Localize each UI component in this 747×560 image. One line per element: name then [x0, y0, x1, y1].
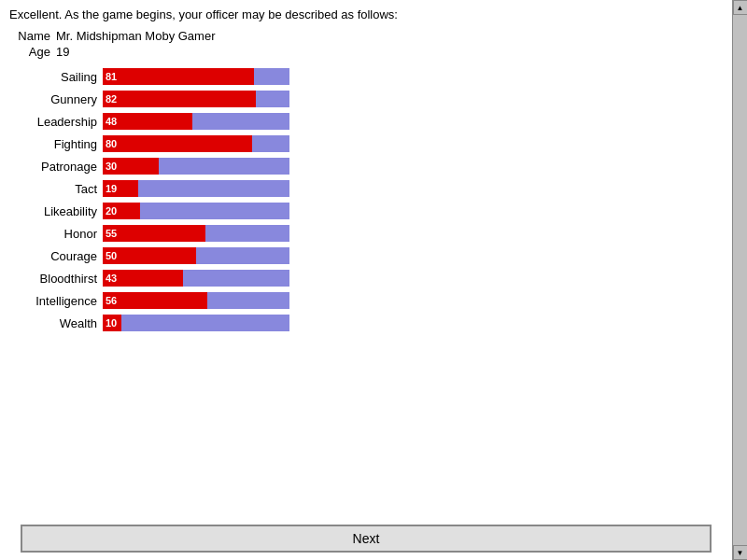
stat-bar-blue	[138, 180, 289, 197]
stat-bar-blue	[159, 158, 289, 175]
stat-bar-container: 48	[103, 113, 289, 130]
scrollbar: ▲ ▼	[732, 0, 747, 560]
stat-bar-red: 80	[103, 135, 252, 152]
stat-bar-red: 55	[103, 225, 205, 242]
stat-bar-container: 20	[103, 203, 289, 219]
stat-label-gunnery: Gunnery	[9, 92, 103, 106]
stat-bar-blue	[256, 91, 289, 107]
name-row: Name Mr. Midshipman Moby Gamer	[9, 29, 723, 43]
stat-label-honor: Honor	[9, 227, 103, 241]
age-label: Age	[9, 45, 56, 59]
stat-bar-blue	[196, 247, 289, 264]
stat-row: Bloodthirst43	[9, 268, 723, 288]
stat-label-leadership: Leadership	[9, 115, 103, 129]
stat-row: Patronage30	[9, 156, 723, 176]
next-btn-container: Next	[9, 525, 723, 553]
stat-bar-red: 81	[103, 68, 254, 85]
age-row: Age 19	[9, 45, 723, 59]
stat-bar-blue	[183, 270, 289, 287]
intro-text: Excellent. As the game begins, your offi…	[9, 7, 723, 21]
officer-info: Name Mr. Midshipman Moby Gamer Age 19	[9, 29, 723, 61]
stat-bar-red: 20	[103, 203, 140, 219]
stat-bar-container: 30	[103, 158, 289, 175]
stat-bar-container: 50	[103, 247, 289, 264]
stat-row: Gunnery82	[9, 89, 723, 109]
stats-container: Sailing81Gunnery82Leadership48Fighting80…	[9, 66, 723, 519]
stat-bar-red: 19	[103, 180, 138, 197]
stat-label-fighting: Fighting	[9, 137, 103, 151]
stat-bar-red: 56	[103, 292, 207, 309]
main-content: Excellent. As the game begins, your offi…	[0, 0, 732, 560]
stat-bar-container: 82	[103, 91, 289, 107]
stat-label-courage: Courage	[9, 249, 103, 263]
scroll-track	[733, 15, 748, 545]
stat-bar-red: 82	[103, 91, 256, 107]
stat-bar-red: 30	[103, 158, 159, 175]
stat-row: Likeability20	[9, 201, 723, 221]
stat-bar-red: 10	[103, 315, 121, 331]
stat-label-likeability: Likeability	[9, 204, 103, 218]
stat-bar-container: 55	[103, 225, 289, 242]
stat-bar-blue	[192, 113, 289, 130]
stat-bar-container: 81	[103, 68, 289, 85]
stat-bar-container: 80	[103, 135, 289, 152]
stat-bar-blue	[140, 203, 289, 219]
stat-bar-blue	[207, 292, 289, 309]
next-button[interactable]: Next	[21, 525, 712, 553]
stat-bar-blue	[121, 315, 289, 331]
stat-bar-red: 50	[103, 247, 196, 264]
stat-bar-blue	[205, 225, 289, 242]
stat-bar-blue	[252, 135, 289, 152]
stat-bar-container: 19	[103, 180, 289, 197]
stat-label-tact: Tact	[9, 182, 103, 196]
stat-row: Wealth10	[9, 313, 723, 333]
stat-row: Fighting80	[9, 133, 723, 154]
stat-bar-container: 10	[103, 315, 289, 331]
stat-row: Tact19	[9, 178, 723, 199]
stat-row: Courage50	[9, 245, 723, 266]
stat-row: Leadership48	[9, 111, 723, 132]
stat-row: Honor55	[9, 223, 723, 244]
stat-bar-red: 48	[103, 113, 192, 130]
stat-row: Intelligence56	[9, 290, 723, 311]
stat-bar-container: 56	[103, 292, 289, 309]
age-value: 19	[56, 45, 69, 59]
stat-label-intelligence: Intelligence	[9, 294, 103, 308]
stat-bar-red: 43	[103, 270, 183, 287]
stat-bar-container: 43	[103, 270, 289, 287]
scroll-up-button[interactable]: ▲	[733, 0, 748, 15]
stat-label-wealth: Wealth	[9, 316, 103, 330]
stat-label-patronage: Patronage	[9, 160, 103, 174]
stat-label-sailing: Sailing	[9, 70, 103, 84]
stat-label-bloodthirst: Bloodthirst	[9, 272, 103, 286]
name-value: Mr. Midshipman Moby Gamer	[56, 29, 216, 43]
stat-bar-blue	[254, 68, 289, 85]
name-label: Name	[9, 29, 56, 43]
stat-row: Sailing81	[9, 66, 723, 87]
scroll-down-button[interactable]: ▼	[733, 545, 748, 560]
